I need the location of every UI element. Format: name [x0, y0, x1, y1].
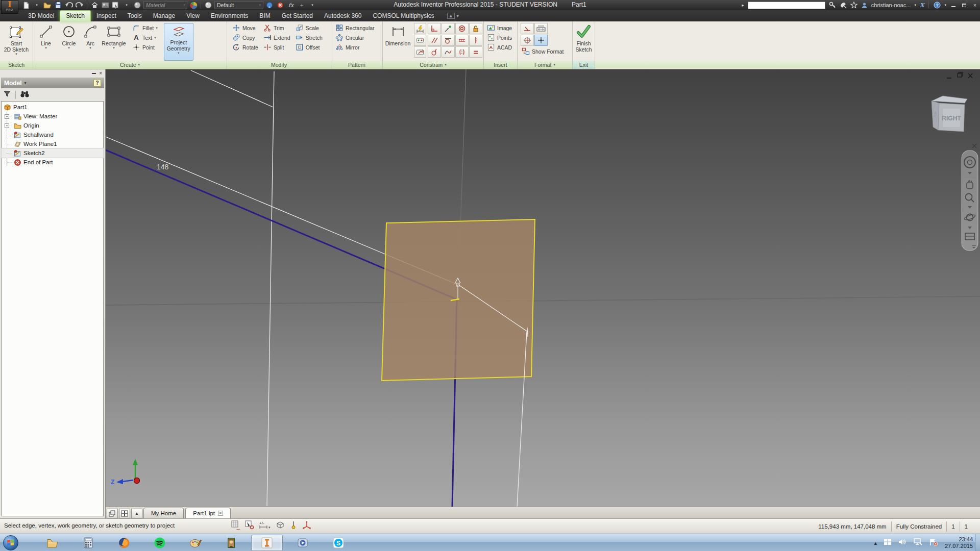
undo-button[interactable]: [64, 1, 74, 10]
rectangle-button[interactable]: Rectangle▾: [101, 23, 127, 61]
view-cube[interactable]: RIGHT TOP: [932, 96, 967, 132]
projected-edge-left-vertical[interactable]: [267, 71, 274, 506]
mirror-button[interactable]: Mirror: [334, 42, 376, 52]
help-icon[interactable]: ?: [934, 2, 941, 9]
tangent-constraint-button[interactable]: [442, 35, 455, 46]
rectangular-pattern-button[interactable]: Rectangular: [334, 23, 376, 33]
centerline-button[interactable]: [521, 35, 534, 46]
tree-item-origin[interactable]: + Origin: [2, 121, 103, 130]
fillet-button[interactable]: Fillet▾: [131, 23, 159, 33]
filter-icon[interactable]: [3, 90, 11, 100]
tree-item-sketch2[interactable]: Sketch2: [2, 148, 103, 158]
taskbar-firefox-button[interactable]: [108, 535, 140, 551]
panel-label-pattern[interactable]: Pattern: [331, 61, 382, 69]
auto-dimension-button[interactable]: [414, 23, 426, 34]
redo-button[interactable]: [75, 1, 84, 10]
previous-tab-button[interactable]: ▲: [131, 509, 142, 518]
circle-button[interactable]: Circle▾: [58, 23, 80, 61]
tree-item-end-of-part[interactable]: End of Part: [2, 158, 103, 167]
tab-3d-model[interactable]: 3D Model: [22, 11, 60, 21]
tray-network-icon[interactable]: [913, 538, 922, 547]
select-tool-button[interactable]: [111, 1, 120, 10]
tray-windows-icon[interactable]: [884, 538, 892, 547]
center-point-button[interactable]: [534, 35, 548, 46]
user-avatar-icon[interactable]: [861, 2, 868, 9]
expand-plus-icon[interactable]: +: [5, 114, 9, 119]
perpendicular-constraint-button[interactable]: [428, 23, 441, 34]
caret-down-icon[interactable]: ▾: [32, 1, 41, 10]
rotate-button[interactable]: Rotate: [231, 42, 259, 52]
show-constraints-button[interactable]: [414, 35, 426, 46]
save-button[interactable]: [54, 1, 63, 10]
caret-down-icon[interactable]: ▾: [914, 3, 916, 7]
search-input[interactable]: [748, 2, 825, 9]
insert-acad-button[interactable]: A ACAD: [486, 42, 513, 52]
sketch-rectangle[interactable]: [382, 219, 535, 381]
search-binoculars-icon[interactable]: [20, 90, 30, 100]
symmetric-constraint-button[interactable]: [455, 46, 469, 58]
tab-tools[interactable]: Tools: [122, 11, 148, 21]
browser-close-icon[interactable]: ×: [99, 70, 102, 76]
cascade-windows-button[interactable]: [107, 509, 118, 518]
collinear-constraint-button[interactable]: [455, 35, 469, 46]
tab-inspect[interactable]: Inspect: [91, 11, 122, 21]
scale-button[interactable]: Scale: [295, 23, 324, 33]
panel-label-sketch[interactable]: Sketch: [0, 61, 33, 69]
tab-autodesk-360[interactable]: Autodesk 360: [318, 11, 367, 21]
start-2d-sketch-button[interactable]: Start 2D Sketch ▾: [4, 23, 29, 61]
color-wheel-icon[interactable]: [189, 1, 198, 10]
caret-down-icon[interactable]: ▾: [308, 1, 317, 10]
constraint-settings-button[interactable]: [414, 46, 426, 58]
search-key-icon[interactable]: [829, 2, 836, 9]
taskbar-explorer-button[interactable]: [37, 535, 68, 551]
panel-label-modify[interactable]: Modify: [227, 61, 331, 69]
panel-label-exit[interactable]: Exit: [573, 61, 595, 69]
precise-input-icon[interactable]: [289, 520, 298, 531]
signed-in-user[interactable]: christian-noac...: [871, 2, 911, 8]
dimension-button[interactable]: Dimension: [384, 23, 412, 61]
graphics-canvas[interactable]: 148 Z RIGHT TOP: [106, 69, 980, 507]
tab-get-started[interactable]: Get Started: [276, 11, 318, 21]
tab-close-icon[interactable]: ✕: [218, 511, 223, 516]
taskbar-inventor-button[interactable]: PRO: [251, 535, 283, 551]
extend-button[interactable]: Extend: [262, 33, 291, 42]
browser-minimize-icon[interactable]: [92, 73, 96, 74]
insert-points-button[interactable]: Points: [486, 33, 513, 42]
smooth-constraint-button[interactable]: [442, 46, 455, 58]
start-button[interactable]: [3, 535, 18, 550]
snap-point-icon[interactable]: [245, 520, 254, 531]
tab-sketch[interactable]: Sketch: [60, 10, 91, 21]
taskbar-clock[interactable]: 23:44 27.07.2015: [945, 536, 973, 549]
equal-constraint-button[interactable]: [469, 46, 482, 58]
tray-volume-icon[interactable]: [898, 538, 906, 547]
insert-image-button[interactable]: Image: [486, 23, 513, 33]
add-qat-button[interactable]: +: [297, 1, 306, 10]
copy-button[interactable]: Copy: [231, 33, 259, 42]
panel-label-create[interactable]: Create▾: [33, 61, 227, 69]
appearance-combo[interactable]: Default▾: [214, 1, 263, 9]
panel-label-format[interactable]: Format▾: [518, 61, 572, 69]
parameters-fx-button[interactable]: fx: [286, 1, 296, 10]
tab-manage[interactable]: Manage: [148, 11, 181, 21]
trim-button[interactable]: Trim: [262, 23, 291, 33]
tray-action-center-icon[interactable]: [929, 538, 938, 548]
tree-item-work-plane1[interactable]: Work Plane1: [2, 139, 103, 148]
concentric-constraint-button[interactable]: [455, 23, 469, 34]
coordinate-system-icon[interactable]: [302, 520, 311, 531]
split-button[interactable]: Split: [262, 42, 291, 52]
taskbar-spotify-button[interactable]: [144, 535, 176, 551]
restore-button[interactable]: [961, 3, 968, 8]
tray-expand-icon[interactable]: ▴: [874, 540, 877, 546]
clear-appearance-button[interactable]: [276, 1, 285, 10]
taskbar-paint-button[interactable]: [180, 535, 211, 551]
ribbon-display-toggle[interactable]: ▲▾: [447, 13, 459, 21]
horizontal-axis-line[interactable]: [106, 296, 980, 305]
minimize-button[interactable]: [950, 3, 957, 8]
home-button[interactable]: [90, 1, 99, 10]
stretch-button[interactable]: Stretch: [295, 33, 324, 42]
offset-button[interactable]: Offset: [295, 42, 324, 52]
move-button[interactable]: Move: [231, 23, 259, 33]
close-button[interactable]: ×: [971, 3, 978, 8]
browser-header[interactable]: Model ▾ ?: [1, 78, 104, 88]
point-button[interactable]: Point: [131, 42, 159, 52]
